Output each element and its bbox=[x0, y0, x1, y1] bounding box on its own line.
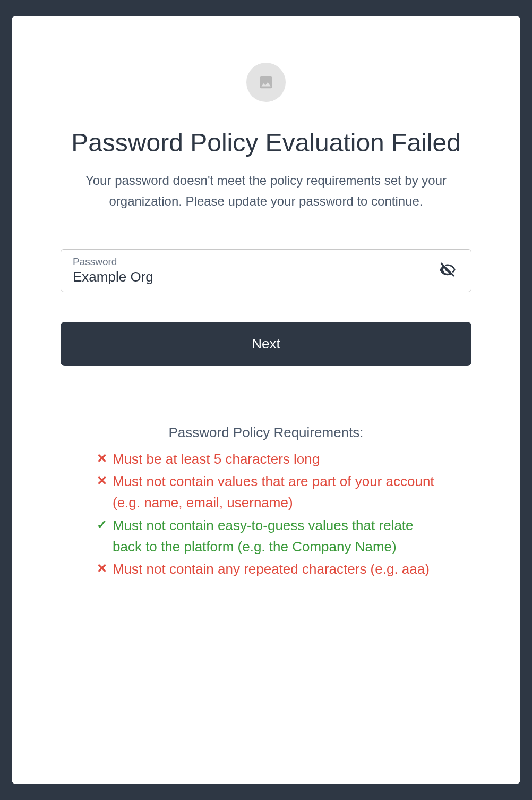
requirement-text: Must not contain values that are part of… bbox=[113, 471, 435, 514]
requirement-text: Must not contain easy-to-guess values th… bbox=[113, 515, 435, 558]
cross-icon: ✕ bbox=[97, 471, 107, 490]
requirement-item: ✕Must be at least 5 characters long bbox=[97, 448, 435, 470]
toggle-visibility-button[interactable] bbox=[436, 258, 459, 283]
password-input[interactable] bbox=[73, 269, 437, 285]
page-title: Password Policy Evaluation Failed bbox=[49, 127, 483, 158]
requirement-item: ✕Must not contain any repeated character… bbox=[97, 558, 435, 580]
cross-icon: ✕ bbox=[97, 448, 107, 468]
requirement-item: ✓Must not contain easy-to-guess values t… bbox=[97, 515, 435, 558]
password-label: Password bbox=[73, 256, 437, 268]
eye-off-icon bbox=[439, 272, 456, 280]
requirements-heading: Password Policy Requirements: bbox=[49, 424, 483, 441]
requirements-list: ✕Must be at least 5 characters long✕Must… bbox=[49, 448, 483, 580]
page-subtitle: Your password doesn't meet the policy re… bbox=[80, 170, 452, 212]
next-button[interactable]: Next bbox=[61, 322, 471, 366]
requirement-text: Must be at least 5 characters long bbox=[113, 448, 435, 470]
password-policy-card: Password Policy Evaluation Failed Your p… bbox=[12, 16, 520, 784]
password-field-wrapper[interactable]: Password bbox=[61, 249, 471, 292]
logo-container bbox=[49, 63, 483, 102]
requirement-item: ✕Must not contain values that are part o… bbox=[97, 471, 435, 514]
cross-icon: ✕ bbox=[97, 558, 107, 578]
requirement-text: Must not contain any repeated characters… bbox=[113, 558, 435, 580]
check-icon: ✓ bbox=[97, 515, 107, 534]
image-placeholder-icon bbox=[246, 63, 286, 102]
